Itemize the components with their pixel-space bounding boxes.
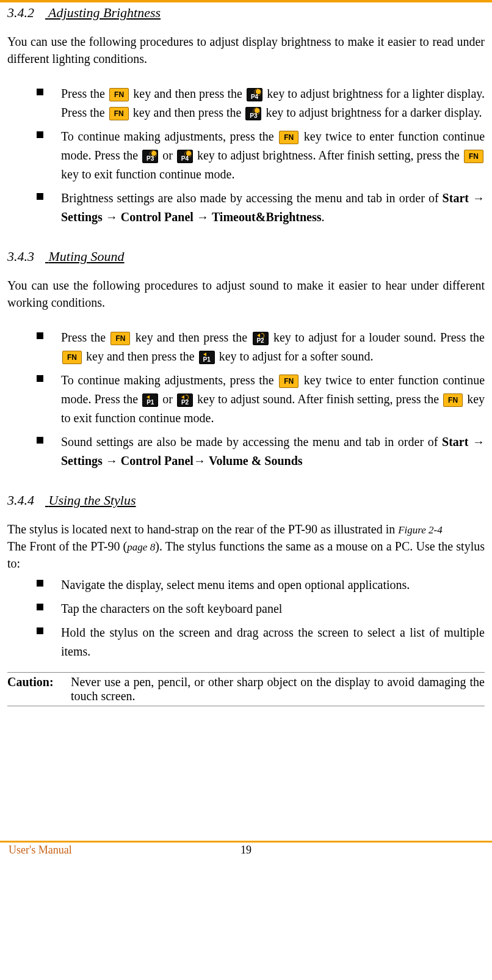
fn-key-icon: FN xyxy=(110,332,130,345)
list-stylus: Navigate the display, select menu items … xyxy=(7,576,485,661)
list-brightness: Press the FN key and then press the P4 k… xyxy=(7,84,485,227)
fn-key-icon: FN xyxy=(109,107,129,120)
fn-key-icon: FN xyxy=(443,393,463,407)
page-content: 3.4.2 Adjusting Brightness You can use t… xyxy=(0,5,492,706)
fn-key-icon: FN xyxy=(279,375,298,388)
fn-key-icon: FN xyxy=(279,131,298,144)
heading-title: Adjusting Brightness xyxy=(48,5,161,20)
fn-key-icon: FN xyxy=(62,351,82,364)
list-item: Hold the stylus on the screen and drag a… xyxy=(37,623,485,661)
p3-key-icon: P3 xyxy=(142,150,158,163)
p2-key-icon: P2 xyxy=(177,393,193,407)
caution-box: Caution: Never use a pen, pencil, or oth… xyxy=(7,672,485,706)
page-number: 19 xyxy=(241,844,251,857)
caution-text: Never use a pen, pencil, or other sharp … xyxy=(68,675,485,703)
list-item: Sound settings are also be made by acces… xyxy=(37,433,485,470)
heading-number: 3.4.4 xyxy=(7,492,45,508)
caution-label: Caution: xyxy=(7,675,68,703)
page-reference: page 8 xyxy=(127,541,155,553)
p4-key-icon: P4 xyxy=(177,150,193,163)
heading-brightness: 3.4.2 Adjusting Brightness xyxy=(7,5,485,21)
p1-key-icon: P1 xyxy=(199,351,215,364)
top-divider xyxy=(0,0,492,2)
list-item: Brightness settings are also made by acc… xyxy=(37,189,485,227)
intro-brightness: You can use the following procedures to … xyxy=(7,33,485,67)
fn-key-icon: FN xyxy=(464,150,483,163)
fn-key-icon: FN xyxy=(109,88,129,101)
list-item: Press the FN key and then press the P4 k… xyxy=(37,84,485,122)
heading-sound: 3.4.3 Muting Sound xyxy=(7,249,485,265)
heading-number: 3.4.3 xyxy=(7,249,45,265)
p1-key-icon: P1 xyxy=(142,393,158,407)
heading-title: Muting Sound xyxy=(49,249,125,264)
footer: User's Manual 19 xyxy=(0,843,492,863)
footer-manual-label: User's Manual xyxy=(9,844,72,857)
figure-reference: Figure 2-4 xyxy=(398,524,443,536)
intro-sound: You can use the following procedures to … xyxy=(7,277,485,311)
p4-key-icon: P4 xyxy=(247,88,262,101)
heading-title: Using the Stylus xyxy=(49,492,136,508)
list-item: To continue making adjustments, press th… xyxy=(37,371,485,428)
list-sound: Press the FN key and then press the P2 k… xyxy=(7,328,485,470)
list-item: Tap the characters on the soft keyboard … xyxy=(37,599,485,618)
heading-stylus: 3.4.4 Using the Stylus xyxy=(7,492,485,508)
stylus-paragraph: The stylus is located next to hand-strap… xyxy=(7,521,485,572)
list-item: Navigate the display, select menu items … xyxy=(37,576,485,594)
p3-key-icon: P3 xyxy=(245,107,261,120)
list-item: To continue making adjustments, press th… xyxy=(37,127,485,184)
list-item: Press the FN key and then press the P2 k… xyxy=(37,328,485,366)
p2-key-icon: P2 xyxy=(253,332,269,345)
heading-number: 3.4.2 xyxy=(7,5,45,21)
